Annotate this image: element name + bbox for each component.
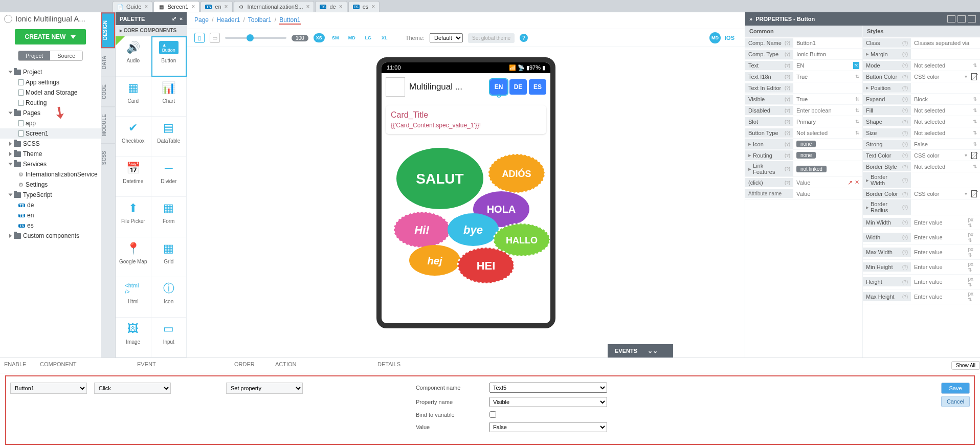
event-detail-select[interactable]: False xyxy=(489,422,607,432)
property-value[interactable]: none xyxy=(793,150,862,160)
help-icon[interactable]: ? xyxy=(520,34,528,42)
property-value[interactable]: ⇅ xyxy=(911,140,980,149)
palette-item-form[interactable]: ▦Form xyxy=(151,197,187,237)
property-value[interactable] xyxy=(911,38,980,48)
chevron-right-icon[interactable]: » xyxy=(749,16,752,22)
palette-item-icon[interactable]: ⓘIcon xyxy=(151,277,187,318)
palette-item-grid[interactable]: ▦Grid xyxy=(151,237,187,278)
property-value[interactable]: ⇅ xyxy=(911,95,980,104)
toggle-project[interactable]: Project xyxy=(18,51,50,60)
close-icon[interactable]: × xyxy=(225,3,228,10)
tab-i18n[interactable]: ⚙InternationalizationS...× xyxy=(234,1,315,12)
lang-button-de[interactable]: DE xyxy=(509,79,527,95)
property-value[interactable]: ⇅ xyxy=(793,95,862,104)
property-value[interactable]: px ⇅ xyxy=(911,245,980,259)
property-name-input[interactable] xyxy=(748,191,789,196)
close-icon[interactable]: × xyxy=(306,3,309,10)
tree-item-en[interactable]: TSen xyxy=(0,210,101,220)
bind-to-variable-checkbox[interactable] xyxy=(489,411,496,418)
palette-item-audio[interactable]: 🔊Audio xyxy=(116,36,151,77)
breakpoint-sm[interactable]: SM xyxy=(330,33,341,42)
property-value[interactable]: none xyxy=(793,139,862,149)
property-value[interactable]: px ⇅ xyxy=(911,260,980,274)
save-button[interactable]: Save xyxy=(941,383,970,394)
close-icon[interactable]: × xyxy=(144,3,148,10)
tab-en[interactable]: TSen× xyxy=(201,1,232,12)
tree-item-model-and-storage[interactable]: Model and Storage xyxy=(0,87,101,98)
property-value[interactable]: ⇅ xyxy=(911,117,980,126)
canvas-area[interactable]: 11:00 📶 📡 ▮97% ▮ Multilingual ... EN⚙ DE… xyxy=(187,47,745,357)
property-value[interactable]: ⇅ xyxy=(911,128,980,138)
property-value[interactable]: ⇅ xyxy=(793,128,862,138)
property-value[interactable]: ⇅ xyxy=(793,72,862,81)
palette-item-card[interactable]: ▦Card xyxy=(116,77,151,117)
property-value[interactable]: px ⇅ xyxy=(911,215,980,230)
tab-de[interactable]: TSde× xyxy=(315,1,347,12)
device-landscape-icon[interactable]: ▭ xyxy=(210,33,220,43)
event-action-select[interactable]: Set property xyxy=(226,383,303,394)
palette-item-button[interactable]: ▲ ButtonButton xyxy=(151,36,187,77)
layout-icon[interactable] xyxy=(957,15,966,23)
close-icon[interactable]: × xyxy=(191,3,195,10)
cancel-button[interactable]: Cancel xyxy=(941,396,970,407)
property-value[interactable] xyxy=(911,53,980,56)
palette-item-chart[interactable]: 📊Chart xyxy=(151,77,187,117)
tree-item-typescript[interactable]: TypeScript xyxy=(0,190,101,200)
tree-item-app-settings[interactable]: App settings xyxy=(0,77,101,87)
property-value[interactable]: px ⇅ xyxy=(911,275,980,289)
side-tab-code[interactable]: CODE xyxy=(101,77,115,106)
tree-item-custom-components[interactable]: Custom components xyxy=(0,231,101,241)
property-value[interactable]: px ⇅ xyxy=(911,289,980,304)
close-icon[interactable]: × xyxy=(339,3,343,10)
palette-item-file-picker[interactable]: ⬆File Picker xyxy=(116,197,151,237)
tree-item-settings[interactable]: ⚙Settings xyxy=(0,180,101,190)
property-value[interactable] xyxy=(793,38,862,48)
palette-item-google-map[interactable]: 📍Google Map xyxy=(116,237,151,278)
lang-button-en[interactable]: EN⚙ xyxy=(490,79,507,95)
property-value[interactable]: ⇅ xyxy=(911,61,980,70)
events-panel-toggle[interactable]: EVENTS ⌄⌄ xyxy=(608,344,673,357)
side-tab-data[interactable]: DATA xyxy=(101,48,115,76)
expand-icon[interactable]: ⤢ xyxy=(172,15,176,22)
breakpoint-lg[interactable]: LG xyxy=(363,33,374,42)
layout-icon[interactable] xyxy=(968,15,976,23)
tab-guide[interactable]: 📄Guide× xyxy=(113,1,152,12)
tree-item-project[interactable]: Project xyxy=(0,67,101,77)
side-tab-scss[interactable]: SCSS xyxy=(101,143,115,172)
property-value[interactable]: not linked xyxy=(793,164,862,174)
tree-item-theme[interactable]: Theme xyxy=(0,149,101,159)
palette-item-image[interactable]: 🖼Image xyxy=(116,318,151,358)
tree-item-routing[interactable]: Routing xyxy=(0,98,101,108)
tree-item-screen1[interactable]: Screen1 xyxy=(0,128,101,139)
palette-section[interactable]: ▸ CORE COMPONENTS xyxy=(116,25,187,36)
property-value[interactable]: ⇅ xyxy=(911,106,980,115)
layout-icon[interactable] xyxy=(947,15,955,23)
close-icon[interactable]: × xyxy=(371,3,375,10)
property-value[interactable]: ⇅ xyxy=(911,162,980,171)
tree-item-scss[interactable]: SCSS xyxy=(0,139,101,149)
palette-item-checkbox[interactable]: ✔Checkbox xyxy=(116,117,151,157)
set-global-theme-button[interactable]: Set global theme xyxy=(468,33,515,43)
property-value[interactable] xyxy=(793,86,862,90)
property-value[interactable] xyxy=(793,50,862,59)
breadcrumb-item[interactable]: Page xyxy=(194,16,209,25)
event-detail-select[interactable]: Text5 xyxy=(489,383,607,393)
property-value[interactable]: px ⇅ xyxy=(911,230,980,244)
platform-md-button[interactable]: MD xyxy=(709,32,721,43)
collapse-icon[interactable]: « xyxy=(180,15,183,22)
side-tab-design[interactable]: DESIGN xyxy=(101,12,115,48)
tree-item-services[interactable]: Services xyxy=(0,159,101,169)
palette-item-html[interactable]: <html />Html xyxy=(116,277,151,318)
side-tab-module[interactable]: MODULE xyxy=(101,106,115,143)
breadcrumb-item[interactable]: Header1 xyxy=(216,16,240,25)
tree-item-app[interactable]: app xyxy=(0,118,101,128)
tree-item-internationalizationservice[interactable]: ⚙InternationalizationService xyxy=(0,169,101,180)
palette-item-datetime[interactable]: 📅Datetime xyxy=(116,157,151,197)
breakpoint-md[interactable]: MD xyxy=(346,33,358,42)
property-value[interactable]: ↗✕ xyxy=(793,177,862,188)
device-portrait-icon[interactable]: ▯ xyxy=(194,33,205,43)
card[interactable]: Card_Title {{'Card_Content.spec_value_1'… xyxy=(386,105,546,134)
zoom-slider[interactable] xyxy=(225,37,286,39)
platform-ios-button[interactable]: IOS xyxy=(722,35,738,41)
breadcrumb-item[interactable]: Toolbar1 xyxy=(248,16,272,25)
